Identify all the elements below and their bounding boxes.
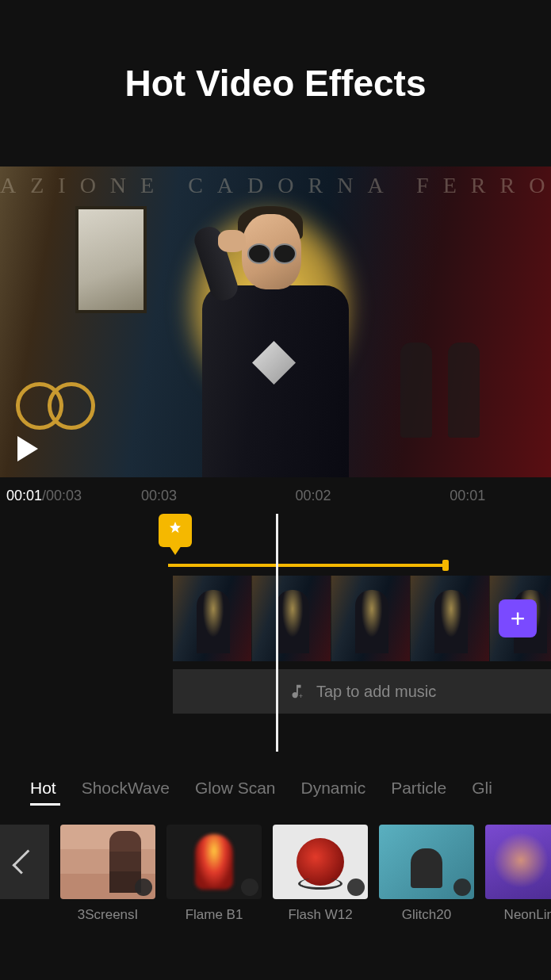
svg-text:+: + — [299, 692, 303, 700]
effect-thumbnail — [60, 825, 155, 899]
tab-glitch[interactable]: Gli — [472, 779, 492, 798]
play-icon[interactable] — [17, 436, 38, 461]
timeline[interactable]: + + Tap to add music — [0, 514, 551, 760]
timecode-ruler: 00:01/00:03 00:03 00:02 00:01 — [0, 477, 551, 507]
tab-hot[interactable]: Hot — [30, 779, 56, 798]
total-time: /00:03 — [42, 488, 82, 504]
download-icon — [241, 879, 258, 896]
download-icon — [135, 879, 152, 896]
time-tick: 00:01 — [390, 488, 545, 504]
clip-thumbnail[interactable] — [173, 576, 252, 661]
video-preview[interactable]: AZIONE CADORNA FERROVIE — [0, 167, 551, 477]
effect-item-3screens[interactable]: 3ScreensI — [60, 825, 155, 923]
effect-item-glitch[interactable]: Glitch20 — [379, 825, 474, 923]
effect-label: Glitch20 — [379, 907, 474, 923]
clip-thumbnail[interactable] — [411, 576, 490, 661]
effect-item-neon[interactable]: NeonLine — [485, 825, 551, 923]
add-clip-button[interactable]: + — [499, 599, 537, 637]
video-clip-track[interactable] — [173, 576, 551, 661]
plus-icon: + — [511, 604, 526, 634]
tab-dynamic[interactable]: Dynamic — [301, 779, 366, 798]
tab-particle[interactable]: Particle — [391, 779, 446, 798]
effect-thumbnail — [379, 825, 474, 899]
effect-marker[interactable] — [159, 514, 192, 547]
download-icon — [453, 879, 471, 896]
effect-item-flame[interactable]: Flame B1 — [166, 825, 262, 923]
download-icon — [347, 879, 365, 896]
tab-shockwave[interactable]: ShockWave — [82, 779, 170, 798]
background-person — [400, 343, 432, 438]
add-music-button[interactable]: + Tap to add music — [173, 669, 551, 714]
effect-range-line[interactable] — [168, 564, 446, 567]
chevron-left-icon — [12, 849, 36, 874]
clip-thumbnail[interactable] — [252, 576, 331, 661]
tab-glow-scan[interactable]: Glow Scan — [195, 779, 276, 798]
playhead[interactable] — [276, 514, 278, 752]
effect-label: Flame B1 — [166, 907, 262, 923]
effect-label: NeonLine — [485, 907, 551, 923]
title-area: Hot Video Effects — [0, 0, 551, 167]
magic-wand-icon — [166, 520, 185, 539]
effect-thumbnail — [273, 825, 368, 899]
time-tick: 00:02 — [236, 488, 391, 504]
subject-person — [159, 202, 381, 477]
page-title: Hot Video Effects — [125, 62, 427, 105]
time-tick: 00:03 — [82, 488, 236, 504]
back-button[interactable] — [0, 825, 49, 899]
background-person — [448, 343, 480, 438]
effect-category-tabs: Hot ShockWave Glow Scan Dynamic Particle… — [0, 760, 551, 807]
effect-thumbnail — [485, 825, 551, 899]
effects-list: 3ScreensI Flame B1 Flash W12 Glitch20 Ne… — [0, 807, 551, 923]
effect-range-end[interactable] — [442, 560, 449, 571]
effect-thumbnail — [166, 825, 262, 899]
background-bike — [16, 374, 95, 430]
clip-thumbnail[interactable] — [331, 576, 411, 661]
music-label: Tap to add music — [316, 683, 436, 701]
effect-item-flash[interactable]: Flash W12 — [273, 825, 368, 923]
effect-label: 3ScreensI — [60, 907, 155, 923]
current-time: 00:01 — [6, 488, 42, 504]
effect-label: Flash W12 — [273, 907, 368, 923]
music-note-icon: + — [288, 683, 305, 700]
